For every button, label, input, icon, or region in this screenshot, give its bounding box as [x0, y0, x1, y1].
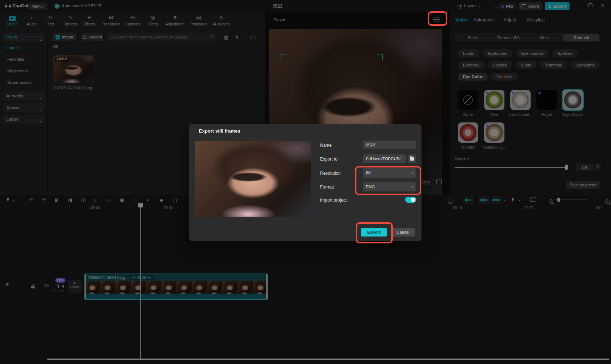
dialog-cancel-button[interactable]: Cancel [391, 228, 415, 236]
format-label: Format [320, 185, 334, 190]
export-path-field[interactable]: C:/Users/TOPGUS/... [363, 154, 406, 163]
export-to-label: Export to [320, 157, 338, 162]
import-project-toggle[interactable] [405, 197, 416, 203]
browse-folder-button[interactable] [408, 154, 416, 163]
divider [189, 137, 422, 137]
name-label: Name [320, 143, 332, 148]
annotation-box-export-button [356, 222, 393, 243]
annotation-box-resolution-format [355, 166, 421, 195]
frame-preview-image [195, 141, 311, 217]
dialog-title: Export still frames [199, 128, 240, 134]
capcut-app: CapCut Menu ▾ ✓ Auto saved: 09:57:15 052… [0, 0, 611, 364]
folder-icon [410, 157, 414, 161]
resolution-label: Resolution [320, 171, 341, 176]
annotation-box-player-menu [428, 11, 447, 26]
name-input[interactable] [363, 141, 416, 149]
import-project-label: Import project [320, 198, 347, 203]
